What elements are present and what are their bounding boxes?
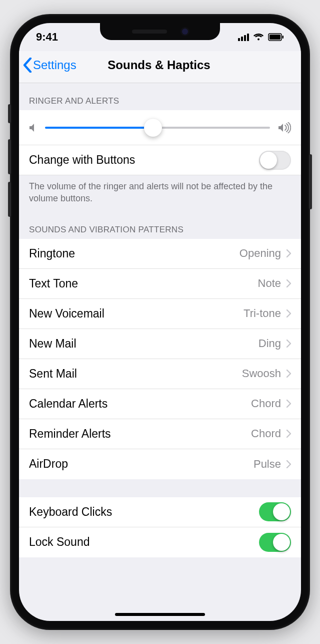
section-ringer: RINGER AND ALERTS Change with Buttons Th… (19, 83, 301, 212)
chevron-right-icon (286, 249, 291, 257)
section-header-patterns: SOUNDS AND VIBRATION PATTERNS (19, 212, 301, 239)
sound-pattern-row[interactable]: New VoicemailTri-tone (19, 299, 301, 329)
back-label: Settings (33, 58, 76, 72)
sound-pattern-label: Reminder Alerts (29, 427, 111, 441)
lock-sound-toggle[interactable] (259, 533, 291, 552)
chevron-right-icon (286, 370, 291, 378)
screen: 9:41 Settings Sounds & Haptics RINGER AN… (19, 23, 301, 621)
chevron-right-icon (286, 340, 291, 348)
sound-pattern-row[interactable]: New MailDing (19, 329, 301, 359)
keyboard-clicks-cell[interactable]: Keyboard Clicks (19, 497, 301, 527)
lock-sound-label: Lock Sound (29, 535, 90, 549)
keyboard-clicks-label: Keyboard Clicks (29, 505, 112, 519)
wifi-icon (253, 33, 264, 41)
volume-down-button (8, 182, 11, 217)
ring-silent-switch (8, 104, 11, 123)
sound-pattern-value: Note (258, 277, 281, 290)
back-button[interactable]: Settings (23, 58, 76, 73)
change-with-buttons-toggle[interactable] (259, 151, 291, 170)
chevron-right-icon (286, 430, 291, 438)
section-header-ringer: RINGER AND ALERTS (19, 83, 301, 110)
sound-pattern-value: Chord (251, 427, 281, 440)
chevron-right-icon (286, 279, 291, 287)
volume-up-button (8, 139, 11, 174)
ringer-volume-slider[interactable] (45, 127, 270, 129)
sound-pattern-label: New Mail (29, 337, 76, 351)
cellular-signal-icon (238, 33, 249, 41)
change-with-buttons-label: Change with Buttons (29, 153, 135, 167)
change-with-buttons-cell[interactable]: Change with Buttons (19, 145, 301, 175)
volume-low-icon (29, 123, 37, 133)
patterns-group: RingtoneOpeningText ToneNoteNew Voicemai… (19, 239, 301, 479)
chevron-right-icon (286, 309, 291, 317)
sound-pattern-row[interactable]: Reminder AlertsChord (19, 419, 301, 449)
battery-icon (268, 33, 284, 41)
side-button (309, 154, 312, 209)
home-indicator[interactable] (115, 613, 205, 616)
chevron-right-icon (286, 460, 291, 468)
sound-pattern-value: Tri-tone (244, 307, 281, 320)
sound-pattern-label: Ringtone (29, 247, 75, 260)
sound-pattern-label: Text Tone (29, 277, 78, 290)
ringer-volume-slider-cell (19, 110, 301, 145)
section-patterns: SOUNDS AND VIBRATION PATTERNS RingtoneOp… (19, 212, 301, 479)
sound-pattern-row[interactable]: Sent MailSwoosh (19, 359, 301, 389)
slider-thumb[interactable] (144, 119, 162, 137)
keyboard-clicks-toggle[interactable] (259, 502, 291, 521)
page-title: Sounds & Haptics (108, 58, 210, 72)
ringer-footer-note: The volume of the ringer and alerts will… (19, 175, 301, 212)
svg-rect-2 (282, 36, 284, 39)
svg-rect-1 (270, 35, 280, 40)
sound-pattern-label: Calendar Alerts (29, 397, 108, 411)
sound-pattern-value: Chord (251, 397, 281, 410)
status-time: 9:41 (36, 31, 58, 44)
sound-pattern-row[interactable]: RingtoneOpening (19, 239, 301, 269)
volume-high-icon (278, 122, 291, 133)
lock-sound-cell[interactable]: Lock Sound (19, 527, 301, 557)
notch (100, 23, 220, 40)
phone-frame: 9:41 Settings Sounds & Haptics RINGER AN… (10, 14, 310, 630)
sound-pattern-value: Swoosh (242, 367, 281, 380)
misc-group: Keyboard Clicks Lock Sound (19, 497, 301, 557)
sound-pattern-row[interactable]: Calendar AlertsChord (19, 389, 301, 419)
sound-pattern-row[interactable]: AirDropPulse (19, 449, 301, 479)
sound-pattern-row[interactable]: Text ToneNote (19, 269, 301, 299)
sound-pattern-value: Opening (240, 247, 281, 260)
chevron-right-icon (286, 400, 291, 408)
sound-pattern-label: Sent Mail (29, 367, 77, 381)
chevron-left-icon (23, 58, 32, 73)
sound-pattern-label: New Voicemail (29, 307, 104, 320)
sound-pattern-value: Pulse (254, 458, 281, 471)
sound-pattern-label: AirDrop (29, 457, 68, 471)
nav-bar: Settings Sounds & Haptics (19, 51, 301, 83)
sound-pattern-value: Ding (258, 337, 281, 350)
